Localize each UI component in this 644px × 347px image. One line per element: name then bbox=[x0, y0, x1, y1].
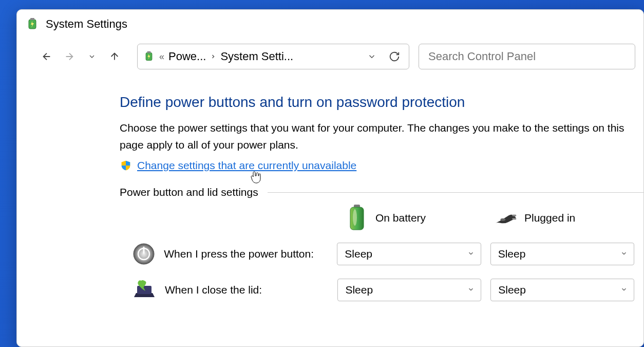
chevron-down-icon bbox=[620, 250, 628, 259]
refresh-button[interactable] bbox=[385, 47, 404, 66]
columns-header: On battery Plugged in bbox=[120, 204, 643, 232]
titlebar: System Settings bbox=[17, 10, 643, 36]
admin-link-row: Change settings that are currently unava… bbox=[120, 159, 643, 172]
divider bbox=[268, 192, 643, 193]
address-bar[interactable]: « Powe... System Setti... bbox=[137, 44, 409, 69]
cursor-hand-icon bbox=[250, 171, 261, 184]
window-title: System Settings bbox=[46, 17, 127, 31]
search-bar[interactable] bbox=[419, 44, 635, 69]
lid-label: When I close the lid: bbox=[165, 284, 337, 296]
power-button-battery-select[interactable]: Sleep bbox=[337, 243, 481, 265]
plugged-in-label: Plugged in bbox=[524, 212, 575, 224]
section-header-row: Power button and lid settings bbox=[120, 186, 643, 198]
select-value: Sleep bbox=[345, 248, 372, 260]
on-battery-header: On battery bbox=[346, 204, 495, 232]
lid-battery-select[interactable]: Sleep bbox=[337, 279, 481, 301]
breadcrumb-parent[interactable]: Powe... bbox=[168, 50, 206, 63]
power-options-icon bbox=[25, 17, 40, 31]
uac-shield-icon bbox=[120, 159, 132, 172]
select-value: Sleep bbox=[498, 248, 526, 260]
svg-rect-3 bbox=[147, 51, 151, 53]
power-button-row: When I press the power button: Sleep Sle… bbox=[120, 242, 643, 266]
chevron-down-icon bbox=[467, 286, 475, 295]
on-battery-label: On battery bbox=[375, 212, 426, 224]
power-options-icon bbox=[143, 50, 155, 63]
lid-plugged-select[interactable]: Sleep bbox=[490, 279, 634, 301]
breadcrumb-prefix: « bbox=[159, 51, 164, 62]
recent-locations-button[interactable] bbox=[82, 46, 102, 67]
address-history-button[interactable] bbox=[363, 47, 381, 66]
select-value: Sleep bbox=[345, 284, 373, 296]
page-description: Choose the power settings that you want … bbox=[120, 120, 643, 153]
plugged-in-header: Plugged in bbox=[495, 204, 643, 232]
chevron-right-icon bbox=[210, 51, 216, 62]
plug-icon bbox=[495, 204, 517, 232]
forward-button[interactable] bbox=[59, 46, 80, 67]
svg-rect-5 bbox=[350, 207, 364, 230]
chevron-down-icon bbox=[467, 250, 475, 259]
power-button-label: When I press the power button: bbox=[164, 248, 337, 260]
select-value: Sleep bbox=[498, 284, 526, 296]
laptop-lid-icon bbox=[132, 278, 157, 302]
breadcrumb-current[interactable]: System Setti... bbox=[220, 50, 293, 63]
search-input[interactable] bbox=[428, 50, 626, 63]
lid-row: When I close the lid: Sleep Sleep bbox=[120, 278, 643, 302]
power-button-icon bbox=[132, 242, 156, 266]
svg-rect-1 bbox=[30, 18, 34, 20]
page-title: Define power buttons and turn on passwor… bbox=[120, 94, 643, 111]
up-button[interactable] bbox=[104, 46, 125, 67]
chevron-down-icon bbox=[620, 286, 628, 295]
back-button[interactable] bbox=[36, 46, 57, 67]
change-unavailable-settings-link[interactable]: Change settings that are currently unava… bbox=[137, 159, 356, 172]
svg-point-6 bbox=[353, 209, 357, 226]
content-area: Define power buttons and turn on passwor… bbox=[17, 79, 643, 302]
section-label: Power button and lid settings bbox=[120, 186, 268, 198]
settings-window: System Settings « Powe... bbox=[16, 9, 644, 347]
svg-rect-7 bbox=[512, 215, 516, 216]
toolbar: « Powe... System Setti... bbox=[17, 36, 643, 79]
svg-point-9 bbox=[500, 218, 505, 221]
battery-icon bbox=[346, 204, 368, 232]
svg-rect-8 bbox=[512, 218, 516, 220]
power-button-plugged-select[interactable]: Sleep bbox=[490, 243, 634, 265]
